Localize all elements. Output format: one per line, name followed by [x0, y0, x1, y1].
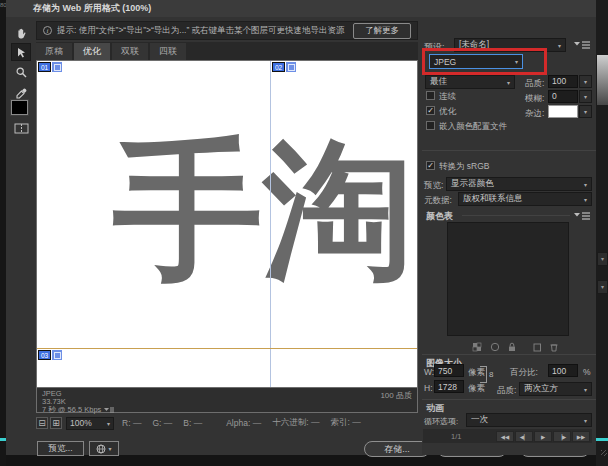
chevron-down-icon: ▾: [507, 79, 510, 86]
optimized-checkbox[interactable]: ✓: [426, 106, 435, 115]
height-label: H:: [424, 383, 433, 393]
web-shift-icon[interactable]: [490, 342, 500, 352]
embed-profile-label: 嵌入颜色配置文件: [439, 121, 507, 133]
next-frame-button[interactable]: ▕▶: [553, 431, 571, 442]
format-select[interactable]: JPEG▾: [429, 54, 523, 69]
resample-select[interactable]: 两次立方▾: [519, 382, 592, 396]
embed-profile-checkbox[interactable]: [426, 121, 435, 130]
status-download-time: 7 秒 @ 56.5 Kbps: [42, 406, 101, 414]
last-frame-button[interactable]: ▶▶: [572, 431, 590, 442]
convert-srgb-label: 转换为 sRGB: [439, 161, 490, 173]
readout-bar: ⊟ ⊞ 100% ▾ R: — G: — B: — Alpha: — 十六进制:…: [36, 414, 418, 432]
loop-options-label: 循环选项:: [424, 416, 458, 427]
hand-icon: [15, 27, 28, 40]
readout-index: 索引: —: [330, 417, 360, 429]
lock-color-icon[interactable]: [507, 342, 517, 352]
app-background-right: ▾ ▾: [596, 0, 608, 466]
frame-counter: 1/1: [451, 432, 461, 441]
hand-tool-button[interactable]: [11, 24, 31, 42]
chevron-down-icon: ▾: [515, 58, 518, 65]
preview-mode-label: 预览:: [424, 180, 443, 192]
height-input[interactable]: [434, 380, 464, 393]
slice-visibility-toggle[interactable]: [11, 119, 31, 137]
constrain-link-bracket: [480, 366, 487, 383]
width-label: W:: [424, 367, 434, 377]
matte-select-button[interactable]: ▾: [579, 105, 592, 118]
tab-original[interactable]: 原稿: [36, 43, 72, 60]
eyedropper-icon: [15, 87, 28, 100]
zoom-out-button[interactable]: ⊟: [36, 417, 48, 429]
chevron-down-icon: ▾: [584, 196, 587, 203]
chevron-down-icon: ▾: [107, 420, 110, 427]
zoom-in-button[interactable]: ⊞: [50, 417, 62, 429]
blur-field[interactable]: 0: [548, 90, 578, 103]
color-table[interactable]: [447, 222, 569, 336]
save-button[interactable]: 存储...: [364, 441, 430, 457]
convert-srgb-checkbox[interactable]: ✓: [426, 161, 435, 170]
zoom-level-select[interactable]: 100% ▾: [66, 417, 114, 430]
height-unit: 像素: [468, 383, 485, 395]
playback-bar: 1/1 ◀◀ ◀▏ ▶ ▕▶ ▶▶: [423, 429, 592, 443]
slice-image-icon: [286, 62, 296, 72]
tab-4up[interactable]: 四联: [150, 43, 186, 60]
preview-canvas[interactable]: 手淘 01 02 03: [37, 61, 417, 387]
compression-quality-select[interactable]: 最佳▾: [425, 75, 515, 89]
color-swatch[interactable]: [11, 100, 28, 115]
hint-bar: i 提示: 使用“文件”>“导出”>“导出为...” 或右键单击某个图层可更快速…: [36, 21, 418, 40]
background-gradient-fragment: [597, 55, 608, 105]
panel-menu-icon[interactable]: [574, 41, 590, 50]
first-frame-button[interactable]: ◀◀: [496, 431, 514, 442]
readout-alpha: Alpha: —: [226, 418, 261, 428]
blur-slider-button[interactable]: ▾: [579, 90, 592, 103]
browser-globe-icon: [96, 444, 106, 454]
matte-color-swatch[interactable]: [548, 105, 578, 118]
slice-badge-02[interactable]: 02: [272, 62, 296, 72]
constrain-link-toggle[interactable]: 8: [489, 370, 493, 379]
loop-options-select[interactable]: 一次▾: [466, 413, 592, 427]
chevron-down-icon: ▾: [584, 386, 587, 393]
tab-2up[interactable]: 双联: [112, 43, 148, 60]
tab-optimized[interactable]: 优化: [74, 43, 110, 60]
hint-text: 提示: 使用“文件”>“导出”>“导出为...” 或右键单击某个图层可更快速地导…: [57, 25, 345, 37]
chevron-down-icon: ▾: [584, 181, 587, 188]
preview-mode-select[interactable]: 显示器颜色▾: [446, 177, 592, 191]
quality-label: 品质:: [525, 78, 544, 90]
new-color-icon[interactable]: [532, 342, 542, 352]
matte-label: 杂边:: [525, 108, 544, 120]
map-transparency-icon[interactable]: [472, 342, 482, 352]
browser-select-button[interactable]: ▾: [89, 441, 119, 456]
previous-frame-button[interactable]: ◀▏: [515, 431, 533, 442]
slice-badge-03[interactable]: 03: [38, 350, 62, 360]
chevron-down-icon: ▾: [108, 445, 111, 452]
status-menu-icon[interactable]: [104, 407, 114, 414]
metadata-select[interactable]: 版权和联系信息▾: [458, 192, 592, 206]
width-input[interactable]: [434, 364, 464, 377]
zoom-tool-button[interactable]: [11, 63, 31, 81]
resize-grip[interactable]: [601, 450, 607, 456]
slice-image-icon: [52, 62, 62, 72]
background-accent-line-right: [596, 438, 608, 441]
readout-b: B: —: [183, 418, 202, 428]
slice-badge-01[interactable]: 01: [38, 62, 62, 72]
info-icon: i: [43, 26, 52, 35]
percent-unit: %: [583, 367, 591, 377]
readout-g: G: —: [152, 418, 172, 428]
progressive-checkbox[interactable]: [426, 91, 435, 100]
percent-input[interactable]: [548, 364, 578, 377]
optimize-settings-panel: 预设: [未命名]▾ JPEG▾ 最佳▾ 品质: 100 ▾ 连续 模糊: 0 …: [422, 17, 596, 455]
delete-color-icon[interactable]: [549, 342, 559, 352]
learn-more-button[interactable]: 了解更多: [353, 23, 411, 39]
play-button[interactable]: ▶: [534, 431, 552, 442]
color-table-menu-icon[interactable]: [574, 212, 590, 221]
preview-in-browser-button[interactable]: 预览...: [37, 441, 84, 456]
preview-tabs: 原稿 优化 双联 四联: [36, 42, 418, 60]
save-for-web-dialog: 800 ▾ ▾ 存储为 Web 所用格式 (100%) i 提示: 使用“文件”…: [0, 0, 608, 466]
preview-frame: 手淘 01 02 03 JPEG 33.73K 7 秒 @ 56.5 Kbps …: [36, 60, 418, 413]
quality-field[interactable]: 100: [548, 75, 578, 88]
slice-select-tool-button[interactable]: [11, 43, 31, 61]
quality-slider-button[interactable]: ▾: [579, 75, 592, 88]
progressive-label: 连续: [439, 91, 456, 103]
magnifier-icon: [15, 66, 28, 79]
dialog-title: 存储为 Web 所用格式 (100%): [6, 0, 596, 17]
metadata-label: 元数据:: [424, 195, 452, 207]
